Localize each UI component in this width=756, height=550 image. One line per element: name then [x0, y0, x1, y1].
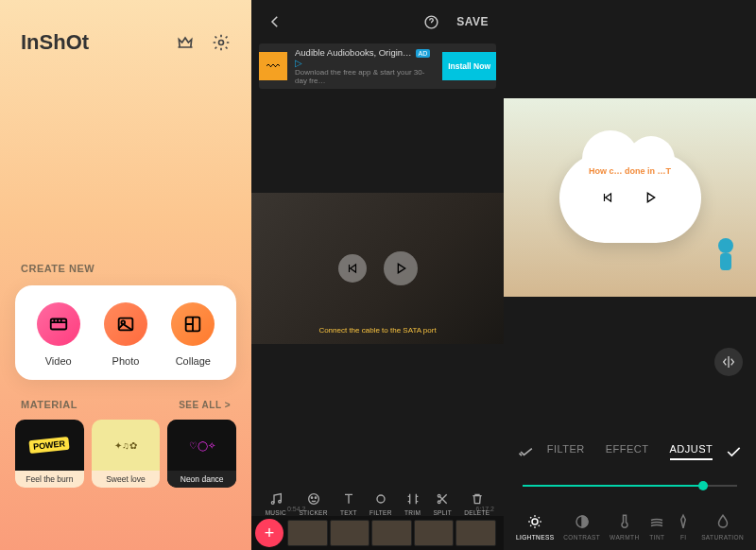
previous-button[interactable]: [593, 183, 622, 212]
split-tool[interactable]: SPLIT: [433, 491, 452, 516]
cloud-text: How c… done in …T: [589, 166, 671, 176]
material-card-power[interactable]: POWER Feel the burn: [15, 420, 84, 488]
top-right: SAVE: [423, 14, 489, 30]
editor-top-bar: SAVE: [251, 0, 504, 43]
character-graphic: [716, 238, 735, 270]
ad-badge: AD: [416, 49, 431, 58]
svg-point-6: [271, 502, 274, 505]
svg-point-10: [315, 497, 316, 498]
create-video-button[interactable]: Video: [37, 302, 80, 367]
top-bar: InShOt: [0, 0, 251, 55]
create-new-label: CREATE NEW: [0, 263, 251, 274]
help-icon[interactable]: [423, 14, 439, 30]
svg-point-14: [532, 519, 538, 524]
material-thumb: POWER: [15, 420, 84, 471]
top-icons: [176, 33, 231, 52]
tab-adjust[interactable]: ADJUST: [670, 443, 713, 460]
see-all-button[interactable]: SEE ALL >: [179, 400, 231, 410]
gear-icon[interactable]: [212, 33, 231, 52]
create-photo-button[interactable]: Photo: [104, 302, 147, 367]
filter-tool[interactable]: FILTER: [369, 491, 392, 516]
tab-effect[interactable]: EFFECT: [606, 443, 649, 460]
ad-banner[interactable]: 〰 Audible Audiobooks, Origin…AD ▷ Downlo…: [259, 43, 496, 89]
save-button[interactable]: SAVE: [456, 15, 489, 28]
adjust-tabs: FILTER EFFECT ADJUST: [504, 442, 756, 461]
cloud-graphic: How c… done in …T: [559, 153, 701, 243]
ad-text: Audible Audiobooks, Origin…AD ▷ Download…: [287, 43, 442, 89]
video-preview[interactable]: How c… done in …T: [504, 98, 756, 297]
slider-thumb[interactable]: [698, 481, 708, 490]
delete-tool[interactable]: DELETE: [464, 491, 490, 516]
slider-fill: [523, 485, 703, 487]
power-badge: POWER: [29, 437, 70, 454]
ad-subtitle: Download the free app & start your 30-da…: [295, 68, 435, 85]
collage-label: Collage: [176, 355, 211, 367]
audible-icon: 〰: [259, 52, 287, 80]
material-card-sweetlove[interactable]: ✦♫✿ Sweet love: [92, 420, 161, 488]
material-title: Feel the burn: [15, 471, 84, 488]
svg-point-11: [377, 495, 385, 503]
video-preview[interactable]: Connect the cable to the SATA port: [251, 193, 504, 344]
adjust-saturation[interactable]: SATURATION: [701, 513, 744, 541]
adjust-fi[interactable]: FI: [675, 513, 692, 541]
music-tool[interactable]: MUSIC: [266, 491, 286, 516]
clip-thumb[interactable]: [455, 520, 496, 546]
create-new-section: CREATE NEW Video Photo Collage: [0, 263, 251, 380]
clip-thumb[interactable]: [287, 520, 328, 546]
material-thumb: ♡◯✧: [167, 420, 236, 471]
clip-thumb[interactable]: [414, 520, 455, 546]
add-clip-button[interactable]: +: [255, 519, 284, 547]
photo-label: Photo: [112, 355, 140, 367]
sticker-tool[interactable]: STICKER: [299, 491, 327, 516]
clips-row[interactable]: [287, 520, 504, 546]
clip-thumb[interactable]: [330, 520, 370, 546]
clip-thumb[interactable]: [371, 520, 412, 546]
create-card: Video Photo Collage: [15, 285, 236, 380]
play-button[interactable]: [633, 180, 667, 215]
material-title: Neon dance: [167, 471, 236, 488]
material-label: MATERIAL: [21, 399, 77, 410]
svg-point-7: [279, 500, 282, 503]
tabs-mid: FILTER EFFECT ADJUST: [536, 443, 724, 460]
back-arrow-icon[interactable]: [266, 13, 284, 30]
video-editor-panel: SAVE 〰 Audible Audiobooks, Origin…AD ▷ D…: [251, 0, 504, 550]
photo-icon: [104, 302, 147, 346]
adjust-contrast[interactable]: CONTRAST: [563, 513, 600, 541]
compare-button[interactable]: [714, 348, 743, 376]
adjust-warmth[interactable]: WARMTH: [610, 513, 639, 541]
trim-tool[interactable]: TRIM: [404, 491, 421, 516]
cancel-icon[interactable]: [517, 442, 536, 461]
material-title: Sweet love: [92, 471, 161, 488]
video-caption: Connect the cable to the SATA port: [251, 326, 504, 335]
previous-button[interactable]: [338, 254, 367, 283]
video-icon: [37, 302, 80, 346]
edit-toolbar: MUSIC STICKER TEXT FILTER TRIM SPLIT DEL…: [251, 491, 504, 516]
svg-point-13: [438, 501, 441, 504]
svg-point-9: [311, 497, 312, 498]
inshot-home-panel: InShOt CREATE NEW Video Photo Collage MA…: [0, 0, 251, 550]
create-collage-button[interactable]: Collage: [171, 302, 215, 367]
material-thumb: ✦♫✿: [92, 420, 161, 471]
ad-title: Audible Audiobooks, Origin…: [295, 47, 412, 58]
adjust-options: LIGHTNESS CONTRAST WARMTH TINT FI SATURA…: [504, 513, 756, 541]
material-row: POWER Feel the burn ✦♫✿ Sweet love ♡◯✧ N…: [0, 410, 251, 488]
app-logo: InShOt: [21, 30, 89, 55]
adjust-lightness[interactable]: LIGHTNESS: [516, 513, 554, 541]
adjust-slider[interactable]: [523, 476, 737, 495]
video-label: Video: [45, 355, 72, 367]
text-tool[interactable]: TEXT: [340, 491, 357, 516]
confirm-icon[interactable]: [724, 442, 743, 461]
crown-icon[interactable]: [176, 33, 195, 52]
svg-point-8: [308, 494, 318, 505]
slider-track[interactable]: [523, 485, 737, 487]
install-button[interactable]: Install Now: [442, 52, 496, 80]
adjust-tint[interactable]: TINT: [648, 513, 665, 541]
material-header: MATERIAL SEE ALL >: [0, 399, 251, 410]
material-card-neon[interactable]: ♡◯✧ Neon dance: [167, 420, 236, 488]
tab-filter[interactable]: FILTER: [547, 443, 585, 460]
svg-point-0: [219, 41, 224, 45]
svg-point-12: [438, 494, 441, 497]
timeline[interactable]: +: [251, 516, 504, 550]
adjust-editor-panel: How c… done in …T FILTER EFFECT ADJUST L…: [504, 0, 756, 550]
play-button[interactable]: [384, 251, 418, 285]
